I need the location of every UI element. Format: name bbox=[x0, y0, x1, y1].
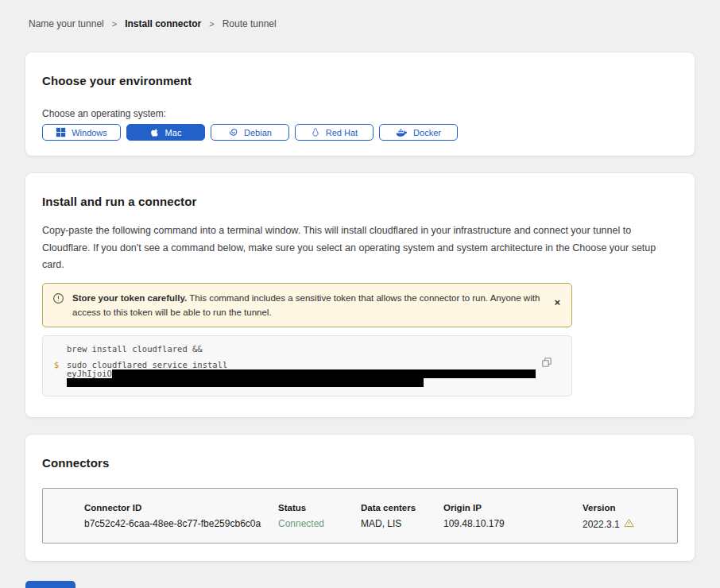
column-origin-ip: Origin IP bbox=[443, 503, 583, 513]
version-number: 2022.3.1 bbox=[583, 519, 620, 530]
code-line-token: eyJhIjoiO bbox=[54, 369, 540, 378]
debian-icon bbox=[228, 127, 238, 137]
prompt-spacer bbox=[54, 345, 67, 354]
column-status: Status bbox=[278, 503, 361, 513]
install-description: Copy-paste the following command into a … bbox=[42, 222, 678, 274]
column-connector-id: Connector ID bbox=[84, 503, 278, 513]
os-button-label: Windows bbox=[72, 128, 107, 137]
environment-card-title: Choose your environment bbox=[42, 74, 678, 87]
column-data-centers: Data centers bbox=[361, 503, 443, 513]
warning-text: Store your token carefully. This command… bbox=[72, 291, 541, 320]
os-button-mac[interactable]: Mac bbox=[126, 124, 205, 141]
install-connector-card: Install and run a connector Copy-paste t… bbox=[25, 173, 695, 417]
connectors-card: Connectors Connector ID Status Data cent… bbox=[25, 435, 695, 561]
os-button-docker[interactable]: Docker bbox=[379, 124, 458, 141]
code-line-token-2 bbox=[54, 378, 540, 387]
windows-icon bbox=[56, 127, 66, 137]
os-button-label: Debian bbox=[244, 128, 272, 137]
table-row: b7c52c42-6caa-48ee-8c77-fbe259cb6c0a Con… bbox=[84, 518, 661, 530]
terminal-command-block: brew install cloudflared && $ sudo cloud… bbox=[42, 335, 572, 397]
breadcrumb-separator: > bbox=[112, 19, 117, 29]
os-button-label: Docker bbox=[413, 128, 441, 137]
token-prefix: eyJhIjoiO bbox=[67, 369, 112, 378]
os-button-label: Red Hat bbox=[326, 128, 358, 137]
shell-prompt: $ bbox=[54, 361, 67, 369]
close-icon[interactable]: × bbox=[554, 297, 560, 308]
next-button[interactable]: Next bbox=[25, 581, 75, 588]
connectors-table: Connector ID Status Data centers Origin … bbox=[42, 488, 678, 544]
breadcrumb-install-connector[interactable]: Install connector bbox=[125, 18, 201, 29]
version-value: 2022.3.1 bbox=[583, 518, 661, 530]
prompt-spacer bbox=[54, 378, 67, 387]
os-button-windows[interactable]: Windows bbox=[42, 124, 121, 141]
version-warning-icon bbox=[624, 518, 634, 530]
redhat-icon bbox=[311, 127, 320, 137]
breadcrumb-route-tunnel[interactable]: Route tunnel bbox=[223, 18, 277, 29]
os-button-group: Windows Mac Debian Red Hat Docker bbox=[42, 124, 678, 141]
warning-title: Store your token carefully. bbox=[72, 293, 187, 303]
breadcrumb: Name your tunnel > Install connector > R… bbox=[0, 0, 720, 29]
token-warning-banner: Store your token carefully. This command… bbox=[42, 283, 572, 328]
os-button-redhat[interactable]: Red Hat bbox=[295, 124, 374, 141]
breadcrumb-separator: > bbox=[209, 19, 214, 29]
code-line-brew: brew install cloudflared && bbox=[54, 345, 540, 354]
breadcrumb-name-your-tunnel[interactable]: Name your tunnel bbox=[29, 18, 104, 29]
data-centers-value: MAD, LIS bbox=[361, 518, 443, 530]
prompt-spacer bbox=[54, 369, 67, 378]
origin-ip-value: 109.48.10.179 bbox=[443, 518, 583, 530]
connectors-table-header: Connector ID Status Data centers Origin … bbox=[84, 503, 661, 513]
apple-icon bbox=[150, 127, 160, 137]
code-line-sudo: $ sudo cloudflared service install bbox=[54, 361, 540, 369]
copy-icon[interactable] bbox=[541, 357, 552, 370]
os-button-debian[interactable]: Debian bbox=[211, 124, 289, 141]
code-text: brew install cloudflared && bbox=[67, 345, 203, 354]
connectors-card-title: Connectors bbox=[42, 456, 678, 470]
redacted-token-bar bbox=[112, 369, 536, 378]
connector-id-value: b7c52c42-6caa-48ee-8c77-fbe259cb6c0a bbox=[84, 518, 278, 530]
install-card-title: Install and run a connector bbox=[42, 195, 678, 208]
os-button-label: Mac bbox=[165, 128, 182, 137]
status-badge: Connected bbox=[278, 518, 361, 530]
docker-icon bbox=[396, 128, 408, 137]
os-select-label: Choose an operating system: bbox=[42, 108, 678, 119]
choose-environment-card: Choose your environment Choose an operat… bbox=[25, 52, 695, 156]
redacted-token-bar bbox=[67, 378, 424, 387]
warning-circle-icon bbox=[52, 292, 64, 308]
column-version: Version bbox=[583, 503, 661, 513]
